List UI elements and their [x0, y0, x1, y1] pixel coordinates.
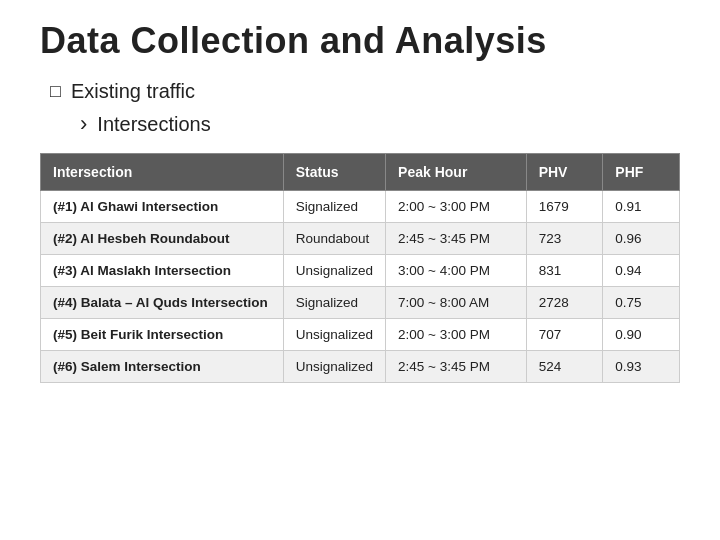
phf-cell: 0.94 — [603, 255, 680, 287]
page-title: Data Collection and Analysis — [40, 20, 680, 62]
peak-hour-cell: 3:00 ~ 4:00 PM — [386, 255, 527, 287]
bullet-main-label: Existing traffic — [50, 80, 680, 103]
col-header-peak-hour: Peak Hour — [386, 154, 527, 191]
phf-cell: 0.91 — [603, 191, 680, 223]
intersections-text: Intersections — [97, 113, 210, 136]
phf-cell: 0.93 — [603, 351, 680, 383]
peak-hour-cell: 2:45 ~ 3:45 PM — [386, 223, 527, 255]
table-row: (#2) Al Hesbeh RoundaboutRoundabout2:45 … — [41, 223, 680, 255]
status-cell: Signalized — [283, 287, 385, 319]
phv-cell: 1679 — [526, 191, 603, 223]
intersection-cell: (#5) Beit Furik Intersection — [41, 319, 284, 351]
table-row: (#3) Al Maslakh IntersectionUnsignalized… — [41, 255, 680, 287]
phv-cell: 723 — [526, 223, 603, 255]
phv-cell: 707 — [526, 319, 603, 351]
phv-cell: 2728 — [526, 287, 603, 319]
col-header-phv: PHV — [526, 154, 603, 191]
status-cell: Signalized — [283, 191, 385, 223]
status-cell: Roundabout — [283, 223, 385, 255]
col-header-phf: PHF — [603, 154, 680, 191]
intersection-cell: (#1) Al Ghawi Intersection — [41, 191, 284, 223]
table-row: (#4) Balata – Al Quds IntersectionSignal… — [41, 287, 680, 319]
intersection-cell: (#2) Al Hesbeh Roundabout — [41, 223, 284, 255]
table-row: (#5) Beit Furik IntersectionUnsignalized… — [41, 319, 680, 351]
peak-hour-cell: 2:00 ~ 3:00 PM — [386, 191, 527, 223]
data-table: Intersection Status Peak Hour PHV PHF (#… — [40, 153, 680, 383]
peak-hour-cell: 2:45 ~ 3:45 PM — [386, 351, 527, 383]
peak-hour-cell: 2:00 ~ 3:00 PM — [386, 319, 527, 351]
status-cell: Unsignalized — [283, 351, 385, 383]
peak-hour-cell: 7:00 ~ 8:00 AM — [386, 287, 527, 319]
table-row: (#1) Al Ghawi IntersectionSignalized2:00… — [41, 191, 680, 223]
intersection-cell: (#6) Salem Intersection — [41, 351, 284, 383]
bullet-sub-label: Intersections — [80, 111, 680, 137]
intersection-cell: (#3) Al Maslakh Intersection — [41, 255, 284, 287]
phf-cell: 0.75 — [603, 287, 680, 319]
phf-cell: 0.96 — [603, 223, 680, 255]
col-header-intersection: Intersection — [41, 154, 284, 191]
table-header-row: Intersection Status Peak Hour PHV PHF — [41, 154, 680, 191]
existing-traffic-text: Existing traffic — [71, 80, 195, 103]
phv-cell: 831 — [526, 255, 603, 287]
table-row: (#6) Salem IntersectionUnsignalized2:45 … — [41, 351, 680, 383]
status-cell: Unsignalized — [283, 255, 385, 287]
status-cell: Unsignalized — [283, 319, 385, 351]
phv-cell: 524 — [526, 351, 603, 383]
col-header-status: Status — [283, 154, 385, 191]
intersection-cell: (#4) Balata – Al Quds Intersection — [41, 287, 284, 319]
page: Data Collection and Analysis Existing tr… — [0, 0, 720, 540]
phf-cell: 0.90 — [603, 319, 680, 351]
